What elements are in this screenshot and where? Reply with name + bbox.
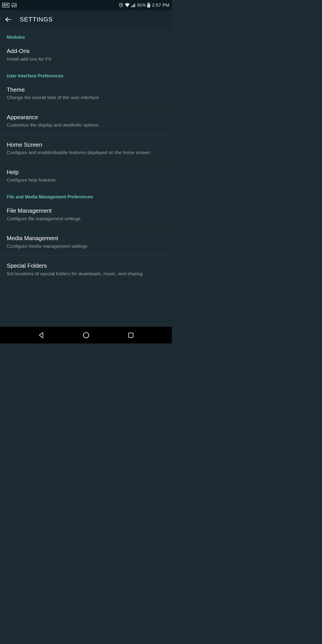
cell-signal-icon [131, 3, 136, 7]
setting-subtitle: Configure and enable/disable features di… [7, 149, 165, 156]
notification-br-icon: B/R [2, 3, 10, 8]
setting-item-file-mgmt[interactable]: File Management Configure file managemen… [0, 201, 172, 228]
setting-item-appearance[interactable]: Appearance Customize the display and aes… [0, 107, 172, 134]
setting-title: Help [7, 168, 165, 176]
svg-rect-6 [131, 6, 132, 7]
section-header-ui-prefs: User Interface Preferences [0, 68, 172, 80]
svg-line-5 [122, 3, 123, 4]
system-nav-bar [0, 327, 172, 344]
setting-subtitle: Configure file management settings [7, 215, 165, 222]
status-notifications: B/R [2, 3, 16, 8]
svg-line-4 [120, 3, 120, 4]
setting-title: Appearance [7, 114, 165, 121]
section-header-modules: Modules [0, 35, 172, 41]
status-bar: B/R 81% 2:57 PM [0, 0, 172, 10]
setting-item-help[interactable]: Help Configure help features [0, 162, 172, 190]
svg-rect-12 [148, 4, 150, 8]
setting-item-addons[interactable]: Add-Ons Install add-ons for FX [0, 41, 172, 68]
svg-rect-16 [128, 333, 133, 338]
setting-subtitle: Configure media management settings [7, 243, 165, 249]
svg-marker-14 [39, 332, 43, 338]
setting-title: Theme [7, 86, 165, 94]
setting-item-theme[interactable]: Theme Change the overall look of the use… [0, 80, 172, 107]
setting-subtitle: Change the overall look of the user inte… [7, 94, 165, 100]
setting-title: Home Screen [7, 141, 165, 148]
setting-title: Media Management [7, 234, 165, 242]
setting-item-media-mgmt[interactable]: Media Management Configure media managem… [0, 228, 172, 256]
page-title: SETTINGS [20, 16, 53, 23]
battery-percent: 81% [137, 3, 146, 8]
setting-subtitle: Install add-ons for FX [7, 56, 165, 62]
app-bar: SETTINGS [0, 10, 172, 29]
status-clock: 2:57 PM [152, 3, 170, 8]
settings-list: Modules Add-Ons Install add-ons for FX U… [0, 29, 172, 327]
section-header-file-media: File and Media Management Preferences [0, 190, 172, 201]
svg-rect-9 [134, 4, 135, 7]
setting-title: File Management [7, 207, 165, 214]
svg-point-15 [84, 332, 89, 338]
status-system: 81% 2:57 PM [118, 3, 170, 8]
nav-recent-button[interactable] [128, 332, 134, 338]
wifi-icon [125, 3, 130, 7]
setting-title: Add-Ons [7, 48, 165, 55]
setting-subtitle: Set locations of special folders for dow… [7, 270, 165, 277]
setting-item-special-folders[interactable]: Special Folders Set locations of special… [0, 256, 172, 279]
alarm-icon [118, 3, 124, 8]
back-button[interactable] [5, 16, 12, 23]
nav-home-button[interactable] [82, 332, 90, 339]
setting-subtitle: Configure help features [7, 177, 165, 183]
notification-image-icon [12, 3, 16, 7]
nav-back-button[interactable] [38, 332, 45, 339]
setting-subtitle: Customize the display and aesthetic opti… [7, 122, 165, 128]
battery-icon [147, 3, 150, 8]
setting-item-home-screen[interactable]: Home Screen Configure and enable/disable… [0, 134, 172, 162]
svg-rect-8 [133, 4, 134, 7]
setting-title: Special Folders [7, 262, 165, 270]
svg-rect-7 [132, 5, 133, 7]
